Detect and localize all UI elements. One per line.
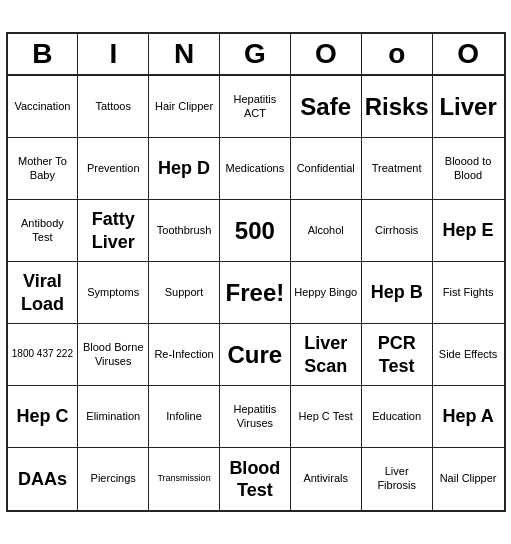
bingo-cell: Hep A (433, 386, 504, 448)
bingo-cell: Hep C (8, 386, 79, 448)
bingo-cell: Cirrhosis (362, 200, 433, 262)
bingo-cell: Tattoos (78, 76, 149, 138)
cell-label: Blood Borne Viruses (81, 341, 145, 369)
cell-label: Cirrhosis (375, 224, 418, 238)
bingo-cell: Viral Load (8, 262, 79, 324)
bingo-cell: Liver Scan (291, 324, 362, 386)
bingo-cell: Liver Fibrosis (362, 448, 433, 510)
bingo-cell: Alcohol (291, 200, 362, 262)
bingo-cell: Safe (291, 76, 362, 138)
cell-label: Nail Clipper (440, 472, 497, 486)
bingo-cell: Fatty Liver (78, 200, 149, 262)
cell-label: Side Effects (439, 348, 498, 362)
bingo-cell: Hepatitis ACT (220, 76, 291, 138)
bingo-cell: Cure (220, 324, 291, 386)
bingo-cell: Infoline (149, 386, 220, 448)
bingo-cell: Prevention (78, 138, 149, 200)
cell-label: Risks (365, 92, 429, 122)
cell-label: 500 (235, 216, 275, 246)
bingo-cell: Hep B (362, 262, 433, 324)
bingo-cell: Nail Clipper (433, 448, 504, 510)
cell-label: Piercings (91, 472, 136, 486)
cell-label: 1800 437 222 (12, 348, 73, 361)
cell-label: Education (372, 410, 421, 424)
cell-label: Re-Infection (154, 348, 213, 362)
bingo-cell: Treatment (362, 138, 433, 200)
bingo-cell: Antivirals (291, 448, 362, 510)
cell-label: Elimination (86, 410, 140, 424)
bingo-cell: Hep D (149, 138, 220, 200)
cell-label: Cure (228, 340, 283, 370)
cell-label: Free! (226, 278, 285, 308)
cell-label: DAAs (18, 468, 67, 491)
bingo-cell: Liver (433, 76, 504, 138)
bingo-cell: Antibody Test (8, 200, 79, 262)
cell-label: Toothbrush (157, 224, 211, 238)
cell-label: Liver Fibrosis (365, 465, 429, 493)
cell-label: Hep A (442, 405, 493, 428)
cell-label: Treatment (372, 162, 422, 176)
cell-label: Transmission (157, 473, 210, 484)
cell-label: Mother To Baby (11, 155, 75, 183)
bingo-cell: Symptoms (78, 262, 149, 324)
cell-label: PCR Test (365, 332, 429, 377)
bingo-cell: Blood Test (220, 448, 291, 510)
bingo-cell: Free! (220, 262, 291, 324)
bingo-cell: Heppy Bingo (291, 262, 362, 324)
cell-label: Tattoos (95, 100, 130, 114)
bingo-cell: Elimination (78, 386, 149, 448)
bingo-cell: Transmission (149, 448, 220, 510)
cell-label: Heppy Bingo (294, 286, 357, 300)
bingo-cell: Vaccination (8, 76, 79, 138)
cell-label: Prevention (87, 162, 140, 176)
header-letter-6: O (433, 34, 504, 74)
cell-label: Medications (226, 162, 285, 176)
bingo-cell: Bloood to Blood (433, 138, 504, 200)
bingo-card: BINGOoO VaccinationTattoosHair ClipperHe… (6, 32, 506, 512)
cell-label: Support (165, 286, 204, 300)
bingo-cell: Hep E (433, 200, 504, 262)
cell-label: Hep D (158, 157, 210, 180)
cell-label: Liver (439, 92, 496, 122)
bingo-cell: Support (149, 262, 220, 324)
cell-label: Antivirals (303, 472, 348, 486)
bingo-cell: Toothbrush (149, 200, 220, 262)
bingo-cell: Fist Fights (433, 262, 504, 324)
cell-label: Bloood to Blood (436, 155, 501, 183)
bingo-cell: Risks (362, 76, 433, 138)
bingo-cell: Hep C Test (291, 386, 362, 448)
cell-label: Infoline (166, 410, 201, 424)
bingo-cell: PCR Test (362, 324, 433, 386)
bingo-cell: Confidential (291, 138, 362, 200)
cell-label: Fatty Liver (81, 208, 145, 253)
header-letter-4: O (291, 34, 362, 74)
bingo-cell: Medications (220, 138, 291, 200)
bingo-cell: 1800 437 222 (8, 324, 79, 386)
bingo-cell: Side Effects (433, 324, 504, 386)
cell-label: Confidential (297, 162, 355, 176)
cell-label: Hep B (371, 281, 423, 304)
header-letter-1: I (78, 34, 149, 74)
bingo-header: BINGOoO (8, 34, 504, 76)
bingo-cell: DAAs (8, 448, 79, 510)
bingo-cell: Re-Infection (149, 324, 220, 386)
bingo-grid: VaccinationTattoosHair ClipperHepatitis … (8, 76, 504, 510)
cell-label: Hep C (16, 405, 68, 428)
cell-label: Liver Scan (294, 332, 358, 377)
cell-label: Hep E (443, 219, 494, 242)
cell-label: Viral Load (11, 270, 75, 315)
header-letter-5: o (362, 34, 433, 74)
cell-label: Safe (300, 92, 351, 122)
header-letter-3: G (220, 34, 291, 74)
header-letter-2: N (149, 34, 220, 74)
cell-label: Hair Clipper (155, 100, 213, 114)
header-letter-0: B (8, 34, 79, 74)
bingo-cell: Hair Clipper (149, 76, 220, 138)
bingo-cell: Piercings (78, 448, 149, 510)
bingo-cell: 500 (220, 200, 291, 262)
bingo-cell: Hepatitis Viruses (220, 386, 291, 448)
cell-label: Alcohol (308, 224, 344, 238)
cell-label: Fist Fights (443, 286, 494, 300)
cell-label: Vaccination (14, 100, 70, 114)
cell-label: Hep C Test (299, 410, 353, 424)
